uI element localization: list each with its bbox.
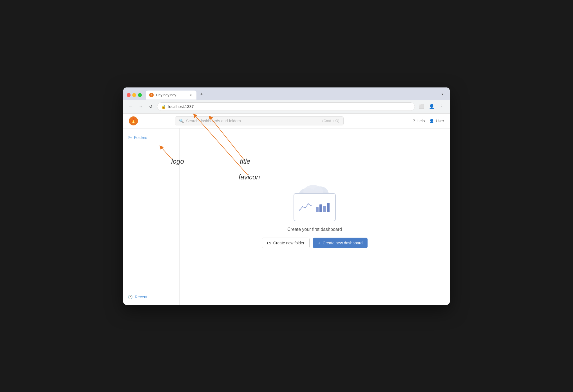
url-text: localhost:1337 xyxy=(168,104,411,109)
create-folder-label: Create new folder xyxy=(273,241,305,245)
bar-chart-icon xyxy=(315,202,331,213)
menu-button[interactable]: ⋮ xyxy=(437,102,446,111)
address-actions: ⬜ 👤 ⋮ xyxy=(417,102,446,111)
create-dashboard-button[interactable]: + Create new dashboard xyxy=(313,238,368,248)
new-tab-button[interactable]: + xyxy=(198,91,205,98)
app-logo-icon: 🔥 xyxy=(131,118,136,123)
traffic-lights xyxy=(127,93,142,97)
sidebar-item-folders[interactable]: 🗁 Folders xyxy=(123,133,179,142)
dashboard-illustration xyxy=(292,185,337,221)
search-placeholder: Search dashboards and folders xyxy=(186,119,320,123)
svg-rect-13 xyxy=(327,203,330,212)
create-folder-button[interactable]: 🗁 Create new folder xyxy=(262,238,310,248)
forward-button[interactable]: → xyxy=(137,103,145,111)
main-layout: 🗁 Folders 🕐 Recent xyxy=(123,129,450,305)
reload-button[interactable]: ↺ xyxy=(147,103,155,111)
recent-label: Recent xyxy=(135,295,147,299)
active-tab[interactable]: b Hey hey hey × xyxy=(146,91,196,100)
minimize-button[interactable] xyxy=(132,93,136,97)
tab-strip: b Hey hey hey × + xyxy=(146,91,436,100)
maximize-button[interactable] xyxy=(138,93,142,97)
url-bar[interactable]: 🔒 localhost:1337 xyxy=(157,102,415,111)
help-icon: ? xyxy=(413,119,415,123)
main-content: Create your first dashboard 🗁 Create new… xyxy=(180,129,450,305)
search-bar[interactable]: 🔍 Search dashboards and folders (Cmd + O… xyxy=(175,116,344,125)
sidebar-bottom: 🕐 Recent xyxy=(123,289,179,305)
line-chart-icon xyxy=(298,202,312,213)
create-folder-icon: 🗁 xyxy=(267,241,271,245)
tab-close-button[interactable]: × xyxy=(189,93,193,97)
svg-point-8 xyxy=(308,203,309,204)
tab-title: Hey hey hey xyxy=(156,93,186,97)
header-actions: ? Help 👤 User xyxy=(413,119,444,123)
address-bar: ← → ↺ 🔒 localhost:1337 ⬜ 👤 ⋮ xyxy=(123,100,450,114)
tab-favicon: b xyxy=(149,93,154,97)
create-dashboard-label: Create new dashboard xyxy=(323,241,363,245)
create-dashboard-icon: + xyxy=(318,241,320,245)
app-logo[interactable]: 🔥 xyxy=(129,116,138,125)
svg-point-6 xyxy=(302,206,303,207)
empty-state: Create your first dashboard 🗁 Create new… xyxy=(250,174,379,260)
search-icon: 🔍 xyxy=(179,119,184,123)
action-buttons: 🗁 Create new folder + Create new dashboa… xyxy=(262,238,368,248)
user-button[interactable]: 👤 User xyxy=(429,119,444,123)
svg-rect-12 xyxy=(323,206,326,212)
folders-label: Folders xyxy=(134,135,147,140)
titlebar-right: ▾ xyxy=(438,90,446,100)
empty-state-title: Create your first dashboard xyxy=(287,227,342,232)
url-security-icon: 🔒 xyxy=(161,104,166,109)
illustration-card xyxy=(294,193,336,221)
folder-icon: 🗁 xyxy=(128,135,132,140)
help-button[interactable]: ? Help xyxy=(413,119,425,123)
svg-point-5 xyxy=(299,209,300,211)
tab-dropdown-button[interactable]: ▾ xyxy=(438,90,446,98)
split-view-button[interactable]: ⬜ xyxy=(417,102,426,111)
sidebar-top: 🗁 Folders xyxy=(123,129,179,289)
user-label: User xyxy=(436,119,444,123)
svg-point-9 xyxy=(310,205,312,206)
sidebar: 🗁 Folders 🕐 Recent xyxy=(123,129,180,305)
app-content: 🔥 🔍 Search dashboards and folders (Cmd +… xyxy=(123,114,450,305)
profile-button[interactable]: 👤 xyxy=(427,102,436,111)
app-header: 🔥 🔍 Search dashboards and folders (Cmd +… xyxy=(123,114,450,129)
user-icon: 👤 xyxy=(429,119,434,123)
search-shortcut: (Cmd + O) xyxy=(322,119,339,123)
sidebar-item-recent[interactable]: 🕐 Recent xyxy=(123,292,179,301)
svg-rect-11 xyxy=(319,204,322,212)
close-button[interactable] xyxy=(127,93,131,97)
recent-icon: 🕐 xyxy=(128,295,133,299)
back-button[interactable]: ← xyxy=(127,103,135,111)
svg-rect-10 xyxy=(316,207,319,212)
help-label: Help xyxy=(417,119,425,123)
svg-point-7 xyxy=(305,207,306,208)
